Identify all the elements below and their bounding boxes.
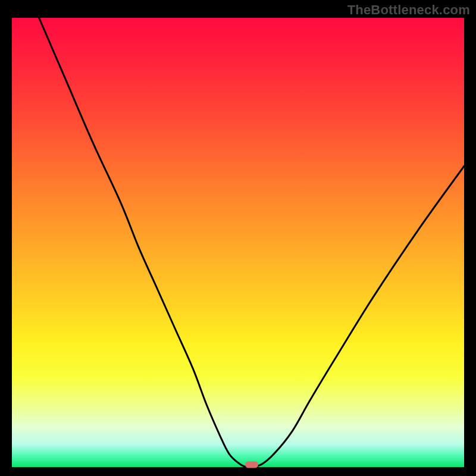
chart-frame: TheBottleneck.com: [0, 0, 476, 476]
curve-svg: [12, 18, 464, 467]
optimal-point-marker: [245, 462, 258, 468]
bottleneck-curve-path: [39, 18, 464, 467]
plot-area: [12, 18, 464, 467]
watermark-text: TheBottleneck.com: [347, 2, 470, 18]
